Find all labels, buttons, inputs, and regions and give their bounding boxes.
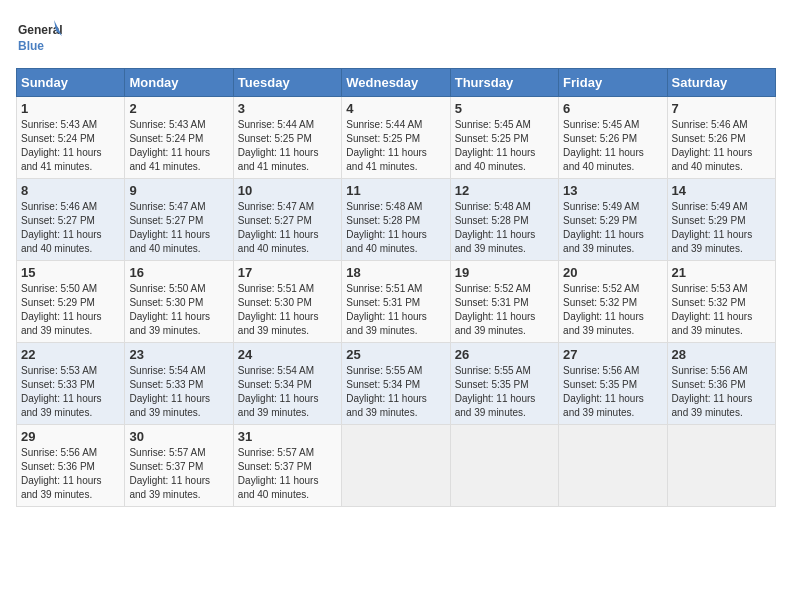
- calendar-day-9: 9 Sunrise: 5:47 AMSunset: 5:27 PMDayligh…: [125, 179, 233, 261]
- day-info: Sunrise: 5:50 AMSunset: 5:30 PMDaylight:…: [129, 283, 210, 336]
- empty-cell: [342, 425, 450, 507]
- calendar-day-12: 12 Sunrise: 5:48 AMSunset: 5:28 PMDaylig…: [450, 179, 558, 261]
- calendar-week-3: 15 Sunrise: 5:50 AMSunset: 5:29 PMDaylig…: [17, 261, 776, 343]
- day-number: 12: [455, 183, 554, 198]
- calendar-day-17: 17 Sunrise: 5:51 AMSunset: 5:30 PMDaylig…: [233, 261, 341, 343]
- weekday-row: SundayMondayTuesdayWednesdayThursdayFrid…: [17, 69, 776, 97]
- empty-cell: [450, 425, 558, 507]
- empty-cell: [559, 425, 667, 507]
- day-info: Sunrise: 5:45 AMSunset: 5:26 PMDaylight:…: [563, 119, 644, 172]
- calendar-week-1: 1 Sunrise: 5:43 AMSunset: 5:24 PMDayligh…: [17, 97, 776, 179]
- day-number: 6: [563, 101, 662, 116]
- calendar-day-3: 3 Sunrise: 5:44 AMSunset: 5:25 PMDayligh…: [233, 97, 341, 179]
- calendar-day-2: 2 Sunrise: 5:43 AMSunset: 5:24 PMDayligh…: [125, 97, 233, 179]
- calendar-day-21: 21 Sunrise: 5:53 AMSunset: 5:32 PMDaylig…: [667, 261, 775, 343]
- calendar-day-10: 10 Sunrise: 5:47 AMSunset: 5:27 PMDaylig…: [233, 179, 341, 261]
- day-number: 26: [455, 347, 554, 362]
- calendar-week-4: 22 Sunrise: 5:53 AMSunset: 5:33 PMDaylig…: [17, 343, 776, 425]
- calendar-day-16: 16 Sunrise: 5:50 AMSunset: 5:30 PMDaylig…: [125, 261, 233, 343]
- day-number: 9: [129, 183, 228, 198]
- calendar-week-2: 8 Sunrise: 5:46 AMSunset: 5:27 PMDayligh…: [17, 179, 776, 261]
- day-info: Sunrise: 5:45 AMSunset: 5:25 PMDaylight:…: [455, 119, 536, 172]
- weekday-header-monday: Monday: [125, 69, 233, 97]
- day-number: 15: [21, 265, 120, 280]
- day-info: Sunrise: 5:49 AMSunset: 5:29 PMDaylight:…: [563, 201, 644, 254]
- calendar-day-31: 31 Sunrise: 5:57 AMSunset: 5:37 PMDaylig…: [233, 425, 341, 507]
- calendar-day-14: 14 Sunrise: 5:49 AMSunset: 5:29 PMDaylig…: [667, 179, 775, 261]
- day-number: 5: [455, 101, 554, 116]
- day-info: Sunrise: 5:46 AMSunset: 5:26 PMDaylight:…: [672, 119, 753, 172]
- calendar-day-27: 27 Sunrise: 5:56 AMSunset: 5:35 PMDaylig…: [559, 343, 667, 425]
- day-info: Sunrise: 5:47 AMSunset: 5:27 PMDaylight:…: [129, 201, 210, 254]
- day-number: 10: [238, 183, 337, 198]
- day-number: 25: [346, 347, 445, 362]
- day-info: Sunrise: 5:56 AMSunset: 5:35 PMDaylight:…: [563, 365, 644, 418]
- day-info: Sunrise: 5:54 AMSunset: 5:34 PMDaylight:…: [238, 365, 319, 418]
- calendar-day-6: 6 Sunrise: 5:45 AMSunset: 5:26 PMDayligh…: [559, 97, 667, 179]
- day-info: Sunrise: 5:57 AMSunset: 5:37 PMDaylight:…: [238, 447, 319, 500]
- day-number: 13: [563, 183, 662, 198]
- calendar-day-19: 19 Sunrise: 5:52 AMSunset: 5:31 PMDaylig…: [450, 261, 558, 343]
- day-info: Sunrise: 5:48 AMSunset: 5:28 PMDaylight:…: [455, 201, 536, 254]
- weekday-header-sunday: Sunday: [17, 69, 125, 97]
- day-number: 31: [238, 429, 337, 444]
- day-info: Sunrise: 5:55 AMSunset: 5:35 PMDaylight:…: [455, 365, 536, 418]
- calendar-day-18: 18 Sunrise: 5:51 AMSunset: 5:31 PMDaylig…: [342, 261, 450, 343]
- weekday-header-saturday: Saturday: [667, 69, 775, 97]
- day-number: 18: [346, 265, 445, 280]
- calendar-day-7: 7 Sunrise: 5:46 AMSunset: 5:26 PMDayligh…: [667, 97, 775, 179]
- calendar-day-8: 8 Sunrise: 5:46 AMSunset: 5:27 PMDayligh…: [17, 179, 125, 261]
- day-number: 23: [129, 347, 228, 362]
- day-info: Sunrise: 5:57 AMSunset: 5:37 PMDaylight:…: [129, 447, 210, 500]
- logo: General Blue: [16, 16, 66, 60]
- day-number: 24: [238, 347, 337, 362]
- svg-text:Blue: Blue: [18, 39, 44, 53]
- day-info: Sunrise: 5:56 AMSunset: 5:36 PMDaylight:…: [672, 365, 753, 418]
- calendar-day-23: 23 Sunrise: 5:54 AMSunset: 5:33 PMDaylig…: [125, 343, 233, 425]
- day-info: Sunrise: 5:46 AMSunset: 5:27 PMDaylight:…: [21, 201, 102, 254]
- day-number: 2: [129, 101, 228, 116]
- day-info: Sunrise: 5:48 AMSunset: 5:28 PMDaylight:…: [346, 201, 427, 254]
- day-number: 27: [563, 347, 662, 362]
- day-info: Sunrise: 5:55 AMSunset: 5:34 PMDaylight:…: [346, 365, 427, 418]
- day-number: 22: [21, 347, 120, 362]
- weekday-header-thursday: Thursday: [450, 69, 558, 97]
- day-info: Sunrise: 5:47 AMSunset: 5:27 PMDaylight:…: [238, 201, 319, 254]
- calendar-body: 1 Sunrise: 5:43 AMSunset: 5:24 PMDayligh…: [17, 97, 776, 507]
- day-number: 16: [129, 265, 228, 280]
- day-info: Sunrise: 5:54 AMSunset: 5:33 PMDaylight:…: [129, 365, 210, 418]
- day-number: 21: [672, 265, 771, 280]
- day-number: 19: [455, 265, 554, 280]
- day-info: Sunrise: 5:52 AMSunset: 5:31 PMDaylight:…: [455, 283, 536, 336]
- day-number: 8: [21, 183, 120, 198]
- day-number: 29: [21, 429, 120, 444]
- day-number: 11: [346, 183, 445, 198]
- calendar-day-4: 4 Sunrise: 5:44 AMSunset: 5:25 PMDayligh…: [342, 97, 450, 179]
- calendar-day-30: 30 Sunrise: 5:57 AMSunset: 5:37 PMDaylig…: [125, 425, 233, 507]
- day-info: Sunrise: 5:50 AMSunset: 5:29 PMDaylight:…: [21, 283, 102, 336]
- calendar-day-13: 13 Sunrise: 5:49 AMSunset: 5:29 PMDaylig…: [559, 179, 667, 261]
- calendar-day-24: 24 Sunrise: 5:54 AMSunset: 5:34 PMDaylig…: [233, 343, 341, 425]
- calendar-day-25: 25 Sunrise: 5:55 AMSunset: 5:34 PMDaylig…: [342, 343, 450, 425]
- weekday-header-tuesday: Tuesday: [233, 69, 341, 97]
- day-number: 4: [346, 101, 445, 116]
- day-info: Sunrise: 5:51 AMSunset: 5:31 PMDaylight:…: [346, 283, 427, 336]
- calendar-day-15: 15 Sunrise: 5:50 AMSunset: 5:29 PMDaylig…: [17, 261, 125, 343]
- day-number: 1: [21, 101, 120, 116]
- calendar-day-11: 11 Sunrise: 5:48 AMSunset: 5:28 PMDaylig…: [342, 179, 450, 261]
- empty-cell: [667, 425, 775, 507]
- calendar-day-22: 22 Sunrise: 5:53 AMSunset: 5:33 PMDaylig…: [17, 343, 125, 425]
- day-info: Sunrise: 5:49 AMSunset: 5:29 PMDaylight:…: [672, 201, 753, 254]
- day-number: 30: [129, 429, 228, 444]
- day-info: Sunrise: 5:53 AMSunset: 5:33 PMDaylight:…: [21, 365, 102, 418]
- day-number: 20: [563, 265, 662, 280]
- weekday-header-friday: Friday: [559, 69, 667, 97]
- calendar-week-5: 29 Sunrise: 5:56 AMSunset: 5:36 PMDaylig…: [17, 425, 776, 507]
- calendar-day-29: 29 Sunrise: 5:56 AMSunset: 5:36 PMDaylig…: [17, 425, 125, 507]
- calendar-table: SundayMondayTuesdayWednesdayThursdayFrid…: [16, 68, 776, 507]
- header: General Blue: [16, 16, 776, 60]
- calendar-day-5: 5 Sunrise: 5:45 AMSunset: 5:25 PMDayligh…: [450, 97, 558, 179]
- day-number: 17: [238, 265, 337, 280]
- calendar-day-28: 28 Sunrise: 5:56 AMSunset: 5:36 PMDaylig…: [667, 343, 775, 425]
- day-info: Sunrise: 5:44 AMSunset: 5:25 PMDaylight:…: [238, 119, 319, 172]
